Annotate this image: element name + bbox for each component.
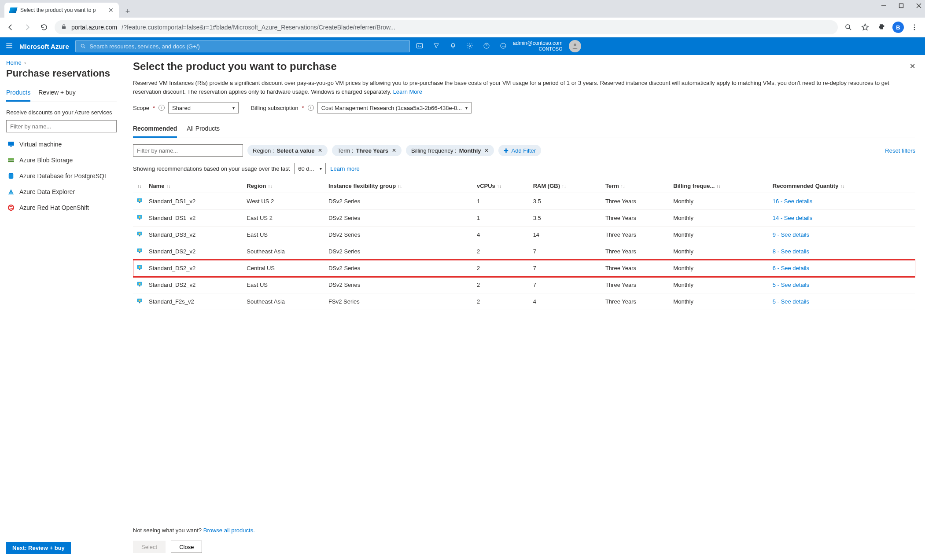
settings-icon[interactable] bbox=[466, 42, 473, 51]
vm-reservation-icon bbox=[136, 230, 144, 238]
col-recommended[interactable]: Recommended Quantity↑↓ bbox=[770, 179, 915, 193]
col-sort-default[interactable]: ↑↓ bbox=[133, 179, 146, 193]
col-ram[interactable]: RAM (GB)↑↓ bbox=[531, 179, 603, 193]
azure-search-input[interactable] bbox=[89, 43, 405, 50]
browser-menu-icon[interactable] bbox=[908, 21, 921, 33]
select-button[interactable]: Select bbox=[133, 541, 166, 553]
region-pill[interactable]: Region : Select a value ✕ bbox=[247, 145, 328, 156]
azure-brand[interactable]: Microsoft Azure bbox=[19, 43, 69, 50]
table-row[interactable]: Standard_DS2_v2Southeast AsiaDSv2 Series… bbox=[133, 243, 915, 260]
zoom-icon[interactable] bbox=[842, 21, 855, 33]
left-filter-input[interactable] bbox=[6, 120, 117, 132]
notifications-icon[interactable] bbox=[450, 42, 457, 51]
account-info[interactable]: admin@contoso.com CONTOSO bbox=[513, 40, 563, 51]
blade-close-icon[interactable]: ✕ bbox=[910, 62, 915, 70]
learn-more-link[interactable]: Learn More bbox=[393, 88, 422, 95]
browse-all-products-link[interactable]: Browse all products. bbox=[203, 527, 255, 534]
azure-search-box[interactable] bbox=[75, 40, 410, 52]
vm-reservation-icon bbox=[136, 247, 144, 255]
remove-pill-icon[interactable]: ✕ bbox=[318, 147, 322, 154]
scope-dropdown[interactable]: Shared ▾ bbox=[168, 102, 239, 113]
back-button[interactable] bbox=[4, 21, 17, 33]
cell-billing: Monthly bbox=[671, 277, 770, 293]
window-close-icon[interactable] bbox=[916, 3, 921, 10]
add-filter-pill[interactable]: ✚ Add Filter bbox=[498, 145, 541, 156]
help-icon[interactable] bbox=[483, 42, 490, 51]
table-row[interactable]: Standard_DS2_v2East USDSv2 Series27Three… bbox=[133, 277, 915, 293]
product-table: ↑↓ Name↑↓ Region↑↓ Instance flexibility … bbox=[133, 179, 915, 310]
hamburger-icon[interactable] bbox=[5, 42, 13, 51]
profile-badge[interactable]: B bbox=[892, 22, 904, 33]
remove-pill-icon[interactable]: ✕ bbox=[484, 147, 489, 154]
info-icon[interactable]: i bbox=[158, 105, 165, 111]
cloud-shell-icon[interactable] bbox=[416, 42, 423, 51]
left-footer: Next: Review + buy bbox=[6, 538, 117, 554]
see-details-link[interactable]: 8 - See details bbox=[773, 248, 809, 255]
see-details-link[interactable]: 6 - See details bbox=[773, 265, 809, 271]
reset-filters-link[interactable]: Reset filters bbox=[885, 147, 915, 154]
bookmark-icon[interactable] bbox=[859, 21, 871, 33]
service-redhat-openshift[interactable]: Azure Red Hat OpenShift bbox=[6, 202, 117, 213]
col-vcpus[interactable]: vCPUs↑↓ bbox=[474, 179, 531, 193]
account-avatar-icon[interactable] bbox=[569, 40, 581, 52]
vm-icon bbox=[7, 140, 15, 148]
cell-flex: DSv2 Series bbox=[326, 193, 474, 210]
table-row[interactable]: Standard_DS2_v2Central USDSv2 Series27Th… bbox=[133, 260, 915, 277]
next-review-buy-button[interactable]: Next: Review + buy bbox=[6, 542, 71, 554]
table-row[interactable]: Standard_DS1_v2East US 2DSv2 Series13.5T… bbox=[133, 210, 915, 227]
svg-rect-20 bbox=[8, 142, 14, 146]
service-virtual-machine[interactable]: Virtual machine bbox=[6, 139, 117, 150]
info-icon[interactable]: i bbox=[308, 105, 314, 111]
remove-pill-icon[interactable]: ✕ bbox=[392, 147, 396, 154]
product-filter-input[interactable] bbox=[133, 144, 243, 157]
billing-frequency-pill[interactable]: Billing frequency : Monthly ✕ bbox=[406, 145, 494, 156]
svg-point-13 bbox=[81, 44, 84, 47]
service-postgresql[interactable]: Azure Database for PostgreSQL bbox=[6, 170, 117, 182]
service-blob-storage[interactable]: Azure Blob Storage bbox=[6, 154, 117, 166]
cell-name: Standard_DS2_v2 bbox=[146, 277, 244, 293]
usage-row: Showing recommendations based on your us… bbox=[133, 163, 915, 174]
account-email: admin@contoso.com bbox=[513, 40, 563, 47]
usage-period-dropdown[interactable]: 60 d... ▾ bbox=[294, 163, 326, 174]
window-maximize-icon[interactable] bbox=[899, 3, 904, 10]
cell-ram: 4 bbox=[531, 293, 603, 310]
term-pill[interactable]: Term : Three Years ✕ bbox=[332, 145, 402, 156]
tab-close-icon[interactable]: ✕ bbox=[108, 7, 114, 14]
col-billing[interactable]: Billing freque...↑↓ bbox=[671, 179, 770, 193]
see-details-link[interactable]: 14 - See details bbox=[773, 215, 812, 221]
browser-tab[interactable]: Select the product you want to p ✕ bbox=[4, 3, 119, 18]
see-details-link[interactable]: 9 - See details bbox=[773, 231, 809, 238]
address-bar[interactable]: portal.azure.com/?feature.customportal=f… bbox=[55, 20, 838, 34]
billing-subscription-dropdown[interactable]: Cost Management Research (1caaa5a3-2b66-… bbox=[317, 102, 472, 113]
tab-review-buy[interactable]: Review + buy bbox=[38, 85, 75, 102]
feedback-icon[interactable] bbox=[500, 42, 507, 51]
chevron-down-icon: ▾ bbox=[465, 106, 468, 110]
sort-icon: ↑↓ bbox=[166, 184, 170, 189]
col-name[interactable]: Name↑↓ bbox=[146, 179, 244, 193]
breadcrumb-home[interactable]: Home bbox=[6, 59, 22, 66]
extensions-icon[interactable] bbox=[876, 21, 888, 33]
tab-all-products[interactable]: All Products bbox=[187, 122, 220, 138]
tab-recommended[interactable]: Recommended bbox=[133, 122, 177, 138]
tab-products[interactable]: Products bbox=[6, 85, 30, 102]
close-button[interactable]: Close bbox=[171, 541, 202, 553]
cell-term: Three Years bbox=[603, 193, 671, 210]
forward-button[interactable] bbox=[21, 21, 33, 33]
azure-body: Home › Purchase reservations Products Re… bbox=[0, 55, 925, 560]
reload-button[interactable] bbox=[38, 21, 50, 33]
new-tab-button[interactable]: + bbox=[122, 5, 134, 18]
table-row[interactable]: Standard_DS1_v2West US 2DSv2 Series13.5T… bbox=[133, 193, 915, 210]
scope-row: Scope * i Shared ▾ Billing subscription … bbox=[133, 102, 915, 113]
see-details-link[interactable]: 16 - See details bbox=[773, 198, 812, 205]
usage-learn-more-link[interactable]: Learn more bbox=[330, 165, 359, 172]
see-details-link[interactable]: 5 - See details bbox=[773, 282, 809, 288]
directory-filter-icon[interactable] bbox=[433, 42, 440, 51]
col-region[interactable]: Region↑↓ bbox=[244, 179, 326, 193]
col-flexibility[interactable]: Instance flexibility group↑↓ bbox=[326, 179, 474, 193]
table-row[interactable]: Standard_DS3_v2East USDSv2 Series414Thre… bbox=[133, 227, 915, 243]
see-details-link[interactable]: 5 - See details bbox=[773, 298, 809, 305]
window-minimize-icon[interactable] bbox=[881, 3, 886, 10]
service-data-explorer[interactable]: Azure Data Explorer bbox=[6, 186, 117, 198]
table-row[interactable]: Standard_F2s_v2Southeast AsiaFSv2 Series… bbox=[133, 293, 915, 310]
col-term[interactable]: Term↑↓ bbox=[603, 179, 671, 193]
